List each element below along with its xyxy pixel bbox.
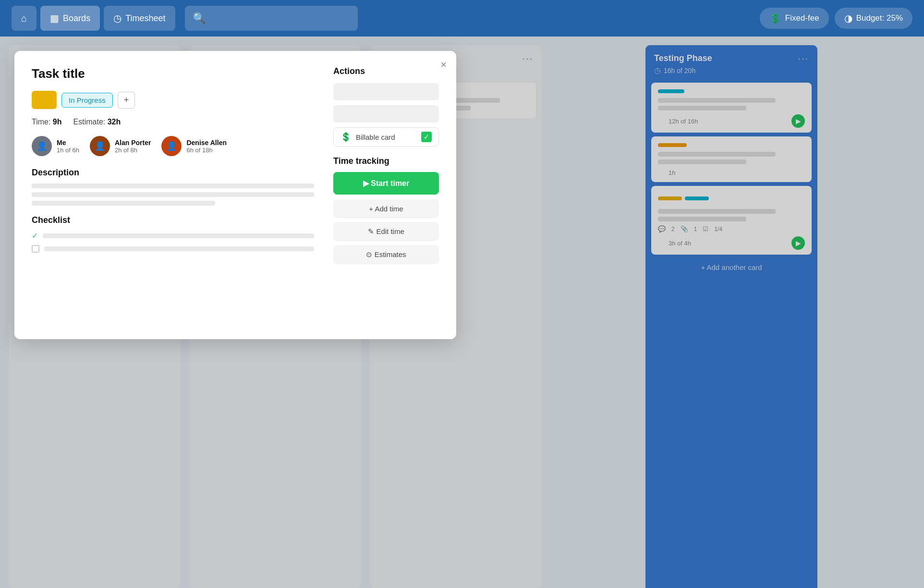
fixed-fee-icon: 💲 [769,12,781,24]
desc-line-1 [32,184,314,188]
budget-label: Budget: 25% [856,13,903,23]
boards-label: Boards [63,13,90,24]
budget-pill[interactable]: ◑ Budget: 25% [835,8,912,29]
assignee-alan-info: Alan Porter 2h of 8h [115,139,151,154]
check-icon: ✓ [32,231,38,240]
add-time-button[interactable]: + Add time [333,199,439,218]
nav-right-section: 💲 Fixed-fee ◑ Budget: 25% [760,8,912,29]
assignee-denise-info: Denise Allen 6h of 18h [186,139,227,154]
modal-right-panel: Actions 💲 Billable card ✓ Time tracking … [333,66,439,324]
billable-icon: 💲 [340,132,351,142]
assignee-denise-time: 6h of 18h [186,147,227,154]
checkbox-empty[interactable] [32,245,39,253]
checklist-item-2 [32,245,314,253]
task-title: Task title [32,66,314,81]
timesheet-button[interactable]: ◷ Timesheet [104,6,175,31]
status-badge[interactable]: In Progress [61,93,113,108]
assignee-me-name: Me [57,139,79,147]
boards-button[interactable]: ▦ Boards [40,6,100,31]
timesheet-icon: ◷ [113,12,122,24]
avatar-me: 👤 [32,136,52,156]
assignee-denise: 👤 Denise Allen 6h of 18h [161,136,227,156]
badge-row: In Progress + [32,91,314,109]
budget-icon: ◑ [844,12,852,24]
home-icon: ⌂ [21,13,27,24]
modal-close-button[interactable]: × [440,59,447,71]
home-button[interactable]: ⌂ [12,6,36,31]
fixed-fee-label: Fixed-fee [785,13,819,23]
search-icon: 🔍 [193,12,206,24]
assignee-me-time: 1h of 6h [57,147,79,154]
desc-line-2 [32,192,314,197]
modal-overlay: × Task title In Progress + Time: 9h Esti… [0,37,924,588]
search-bar[interactable]: 🔍 [185,6,358,31]
assignee-me-info: Me 1h of 6h [57,139,79,154]
time-tracking-heading: Time tracking [333,156,439,166]
board-area: Design Phase ··· ◷ 40h of 80h Building P… [0,37,924,588]
boards-icon: ▦ [50,12,59,24]
assignees-row: 👤 Me 1h of 6h 👤 Alan Porter 2h of 8h [32,136,314,156]
avatar-denise: 👤 [161,136,182,156]
start-timer-button[interactable]: ▶ Start timer [333,172,439,195]
billable-card-label: Billable card [356,133,395,141]
checklist-item-1: ✓ [32,231,314,240]
desc-line-3 [32,201,215,206]
top-navigation: ⌂ ▦ Boards ◷ Timesheet 🔍 💲 Fixed-fee ◑ B… [0,0,924,37]
estimates-button[interactable]: ⊙ Estimates [333,245,439,264]
actions-heading: Actions [333,66,439,76]
fixed-fee-pill[interactable]: 💲 Fixed-fee [760,8,829,29]
action-line-1[interactable] [333,83,439,100]
timesheet-label: Timesheet [125,13,165,24]
task-modal: × Task title In Progress + Time: 9h Esti… [14,51,456,339]
assignee-alan-name: Alan Porter [115,139,151,147]
billable-checkbox[interactable]: ✓ [421,132,432,142]
add-badge-button[interactable]: + [118,92,135,109]
time-label: Time: 9h [32,118,62,126]
check-line [43,233,314,238]
assignee-denise-name: Denise Allen [186,139,227,147]
color-badge[interactable] [32,91,57,109]
action-line-2[interactable] [333,105,439,122]
edit-time-button[interactable]: ✎ Edit time [333,222,439,241]
description-heading: Description [32,168,314,178]
assignee-me: 👤 Me 1h of 6h [32,136,79,156]
assignee-alan: 👤 Alan Porter 2h of 8h [90,136,151,156]
avatar-alan: 👤 [90,136,110,156]
estimate-label: Estimate: 32h [73,118,121,126]
billable-card-row[interactable]: 💲 Billable card ✓ [333,127,439,147]
modal-left-panel: Task title In Progress + Time: 9h Estima… [32,66,314,324]
time-estimate-row: Time: 9h Estimate: 32h [32,118,314,126]
checklist-heading: Checklist [32,215,314,225]
assignee-alan-time: 2h of 8h [115,147,151,154]
check-line [44,246,314,251]
